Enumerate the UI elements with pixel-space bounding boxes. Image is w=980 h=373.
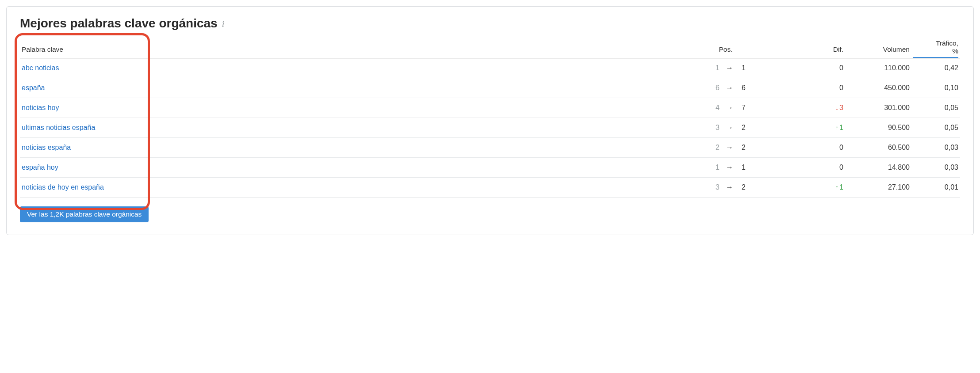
col-header-position[interactable]: Pos. (677, 37, 774, 58)
keyword-link[interactable]: españa hoy (22, 164, 58, 171)
arrow-down-icon: ↓ (835, 104, 838, 111)
cell-keyword: noticias de hoy en españa (20, 177, 677, 197)
cell-traffic: 0,01 (911, 177, 960, 197)
diff-value: 1 (839, 124, 843, 131)
col-header-volume[interactable]: Volumen (845, 37, 911, 58)
position-current: 1 (739, 164, 746, 171)
cell-volume: 301.000 (845, 98, 911, 118)
table-row: españa hoy1→1014.8000,03 (20, 157, 960, 177)
arrow-right-icon: → (726, 64, 733, 72)
keyword-link[interactable]: noticias de hoy en españa (22, 183, 104, 191)
arrow-up-icon: ↑ (835, 124, 838, 131)
position-current: 7 (739, 104, 746, 112)
cell-position: 1→1 (677, 58, 774, 78)
table-row: ultimas noticias españa3→2↑190.5000,05 (20, 118, 960, 137)
cell-diff: ↑1 (774, 118, 845, 137)
keyword-link[interactable]: noticias hoy (22, 104, 59, 111)
cell-position: 6→6 (677, 78, 774, 98)
position-previous: 3 (713, 124, 720, 132)
cell-traffic: 0,03 (911, 137, 960, 157)
view-all-keywords-button[interactable]: Ver las 1,2K palabras clave orgánicas (20, 206, 149, 222)
table-row: españa6→60450.0000,10 (20, 78, 960, 98)
cell-diff: 0 (774, 78, 845, 98)
cell-traffic: 0,10 (911, 78, 960, 98)
table-row: noticias hoy4→7↓3301.0000,05 (20, 98, 960, 118)
cell-position: 3→2 (677, 177, 774, 197)
diff-value: 3 (839, 104, 843, 111)
cell-volume: 14.800 (845, 157, 911, 177)
cell-keyword: ultimas noticias españa (20, 118, 677, 137)
position-current: 1 (739, 64, 746, 72)
traffic-label-line2: % (952, 47, 958, 55)
arrow-right-icon: → (726, 124, 733, 131)
table-row: abc noticias1→10110.0000,42 (20, 58, 960, 78)
cell-volume: 27.100 (845, 177, 911, 197)
cell-position: 2→2 (677, 137, 774, 157)
cell-traffic: 0,05 (911, 118, 960, 137)
keyword-link[interactable]: españa (22, 84, 45, 91)
arrow-right-icon: → (726, 104, 733, 111)
cell-traffic: 0,42 (911, 58, 960, 78)
arrow-right-icon: → (726, 84, 733, 91)
position-previous: 1 (713, 164, 720, 171)
arrow-right-icon: → (726, 144, 733, 151)
arrow-right-icon: → (726, 183, 733, 191)
cell-volume: 450.000 (845, 78, 911, 98)
cell-volume: 60.500 (845, 137, 911, 157)
cell-position: 3→2 (677, 118, 774, 137)
best-organic-keywords-card: Mejores palabras clave orgánicas i Palab… (6, 6, 974, 235)
position-current: 6 (739, 84, 746, 92)
cell-traffic: 0,05 (911, 98, 960, 118)
position-previous: 3 (713, 183, 720, 191)
diff-value: 0 (839, 64, 843, 72)
keyword-link[interactable]: abc noticias (22, 64, 59, 72)
position-current: 2 (739, 124, 746, 132)
diff-value: 0 (839, 84, 843, 91)
cell-diff: ↑1 (774, 177, 845, 197)
arrow-right-icon: → (726, 164, 733, 171)
position-previous: 4 (713, 104, 720, 112)
cell-volume: 90.500 (845, 118, 911, 137)
cell-keyword: españa hoy (20, 157, 677, 177)
col-header-diff[interactable]: Dif. (774, 37, 845, 58)
cell-keyword: españa (20, 78, 677, 98)
cell-keyword: noticias hoy (20, 98, 677, 118)
cell-keyword: abc noticias (20, 58, 677, 78)
card-title: Mejores palabras clave orgánicas (20, 16, 218, 30)
cell-diff: 0 (774, 58, 845, 78)
cell-diff: 0 (774, 157, 845, 177)
table-row: noticias españa2→2060.5000,03 (20, 137, 960, 157)
position-current: 2 (739, 183, 746, 191)
traffic-label-line1: Tráfico, (936, 39, 958, 47)
col-header-keyword[interactable]: Palabra clave (20, 37, 677, 58)
cell-keyword: noticias españa (20, 137, 677, 157)
position-previous: 1 (713, 64, 720, 72)
cell-diff: ↓3 (774, 98, 845, 118)
position-current: 2 (739, 144, 746, 152)
keyword-link[interactable]: ultimas noticias españa (22, 124, 95, 131)
table-header-row: Palabra clave Pos. Dif. Volumen Tráfico,… (20, 37, 960, 58)
cell-diff: 0 (774, 137, 845, 157)
position-previous: 2 (713, 144, 720, 152)
cell-position: 4→7 (677, 98, 774, 118)
cell-volume: 110.000 (845, 58, 911, 78)
diff-value: 1 (839, 183, 843, 191)
cell-traffic: 0,03 (911, 157, 960, 177)
keyword-link[interactable]: noticias españa (22, 144, 71, 151)
col-header-traffic[interactable]: Tráfico, % (911, 37, 960, 58)
diff-value: 0 (839, 144, 843, 151)
info-icon[interactable]: i (222, 19, 225, 28)
arrow-up-icon: ↑ (835, 184, 838, 191)
card-header: Mejores palabras clave orgánicas i (20, 16, 960, 30)
position-previous: 6 (713, 84, 720, 92)
cell-position: 1→1 (677, 157, 774, 177)
table-row: noticias de hoy en españa3→2↑127.1000,01 (20, 177, 960, 197)
diff-value: 0 (839, 164, 843, 171)
keywords-table: Palabra clave Pos. Dif. Volumen Tráfico,… (20, 37, 960, 198)
